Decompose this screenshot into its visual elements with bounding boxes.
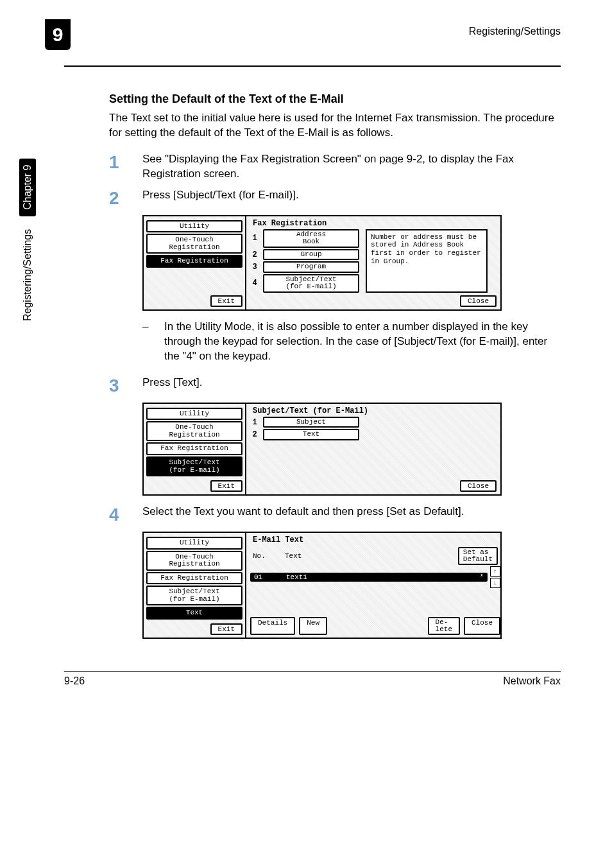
step-1: 1 See "Displaying the Fax Registration S… — [109, 152, 561, 182]
opt3-num: 3 — [250, 263, 259, 272]
header-rule — [64, 65, 561, 67]
side-chapter-badge: Chapter 9 — [19, 159, 36, 216]
header-row: Registering/Settings — [64, 26, 561, 40]
p2-opt2-num: 2 — [250, 430, 259, 439]
panel1-message: Number or address must be stored in Addr… — [366, 229, 488, 293]
exit-button-1[interactable]: Exit — [210, 295, 242, 307]
panel-fax-registration: Utility One-Touch Registration Fax Regis… — [142, 215, 502, 311]
panel2-title: Subject/Text (for E-Mail) — [250, 406, 497, 415]
close-button-1[interactable]: Close — [460, 295, 497, 307]
row1-text: text1 — [286, 573, 466, 581]
one-touch-registration-button-3[interactable]: One-Touch Registration — [146, 551, 242, 571]
utility-button-2[interactable]: Utility — [146, 408, 242, 421]
scroll-up-button[interactable]: ↑ — [490, 566, 500, 577]
step-4-number: 4 — [109, 505, 124, 525]
step-2-number: 2 — [109, 188, 124, 209]
text-button[interactable]: Text — [263, 429, 359, 440]
panel1-left: Utility One-Touch Registration Fax Regis… — [144, 216, 246, 309]
step-3-number: 3 — [109, 376, 124, 396]
footer-right: Network Fax — [503, 675, 561, 687]
exit-button-2[interactable]: Exit — [210, 480, 242, 492]
step-2-text: Press [Subject/Text (for E-mail)]. — [142, 188, 561, 209]
subject-button[interactable]: Subject — [263, 417, 359, 428]
row1-default-star-icon: * — [479, 573, 484, 581]
utility-button-3[interactable]: Utility — [146, 537, 242, 550]
opt2-num: 2 — [250, 250, 259, 259]
panel-subject-text: Utility One-Touch Registration Fax Regis… — [142, 403, 502, 496]
close-button-2[interactable]: Close — [460, 480, 497, 492]
utility-button[interactable]: Utility — [146, 220, 242, 233]
section-title: Setting the Default of the Text of the E… — [109, 92, 561, 106]
panel1-title: Fax Registration — [250, 219, 497, 228]
side-label-registering: Registering/Settings — [22, 229, 33, 321]
details-button[interactable]: Details — [250, 617, 295, 635]
panel2-right: Subject/Text (for E-Mail) 1Subject 2Text… — [246, 404, 500, 494]
panel-email-text: Utility One-Touch Registration Fax Regis… — [142, 532, 502, 639]
panel3-left: Utility One-Touch Registration Fax Regis… — [144, 533, 246, 638]
page: 9 Registering/Settings Registering/Setti… — [0, 0, 612, 706]
subject-text-button-3[interactable]: Subject/Text (for E-mail) — [146, 586, 242, 605]
step-1-number: 1 — [109, 152, 124, 182]
row1-no: 01 — [254, 573, 273, 581]
content: Setting the Default of the Text of the E… — [109, 92, 561, 639]
step-4-text: Select the Text you want to default and … — [142, 505, 561, 525]
step-1-text: See "Displaying the Fax Registration Scr… — [142, 152, 561, 182]
fax-registration-tab[interactable]: Fax Registration — [146, 255, 242, 268]
fax-registration-button-3[interactable]: Fax Registration — [146, 572, 242, 585]
side-vertical: Registering/Settings Chapter 9 — [19, 159, 36, 321]
panel3-title: E-Mail Text — [250, 535, 500, 544]
program-button[interactable]: Program — [263, 261, 359, 273]
panel3-right: E-Mail Text No. Text Set as Default 01 — [246, 533, 504, 638]
step-3-text: Press [Text]. — [142, 376, 561, 396]
delete-button[interactable]: De- lete — [428, 617, 460, 635]
text-row-1[interactable]: 01 text1 * — [250, 573, 488, 582]
new-button[interactable]: New — [299, 617, 327, 635]
step-2: 2 Press [Subject/Text (for E-mail)]. — [109, 188, 561, 209]
sub-note-dash: – — [142, 320, 150, 364]
scroll-down-button[interactable]: ↓ — [490, 578, 500, 588]
intro-text: The Text set to the initial value here i… — [109, 111, 561, 141]
one-touch-registration-button-2[interactable]: One-Touch Registration — [146, 421, 242, 441]
sub-note: – In the Utility Mode, it is also possib… — [142, 320, 561, 364]
sub-note-text: In the Utility Mode, it is also possible… — [164, 320, 561, 364]
chapter-tab: 9 — [45, 19, 71, 50]
panel1-right: Fax Registration 1Address Book 2Group 3P… — [246, 216, 500, 309]
address-book-button[interactable]: Address Book — [263, 229, 359, 248]
text-tab[interactable]: Text — [146, 607, 242, 620]
col-no: No. — [253, 552, 272, 560]
subject-text-tab[interactable]: Subject/Text (for E-mail) — [146, 456, 242, 476]
group-button[interactable]: Group — [263, 249, 359, 261]
subject-text-button[interactable]: Subject/Text (for E-mail) — [263, 274, 359, 293]
col-text: Text — [285, 552, 445, 560]
footer: 9-26 Network Fax — [64, 671, 561, 687]
footer-page-number: 9-26 — [64, 675, 85, 687]
one-touch-registration-button[interactable]: One-Touch Registration — [146, 234, 242, 254]
panel2-left: Utility One-Touch Registration Fax Regis… — [144, 404, 246, 494]
step-3: 3 Press [Text]. — [109, 376, 561, 396]
p2-opt1-num: 1 — [250, 418, 259, 427]
header-right-text: Registering/Settings — [469, 26, 561, 37]
close-button-3[interactable]: Close — [464, 617, 500, 635]
set-as-default-button[interactable]: Set as Default — [458, 547, 498, 565]
fax-registration-button-2[interactable]: Fax Registration — [146, 442, 242, 455]
step-4: 4 Select the Text you want to default an… — [109, 505, 561, 525]
exit-button-3[interactable]: Exit — [210, 623, 242, 635]
opt4-num: 4 — [250, 279, 259, 288]
opt1-num: 1 — [250, 234, 259, 243]
